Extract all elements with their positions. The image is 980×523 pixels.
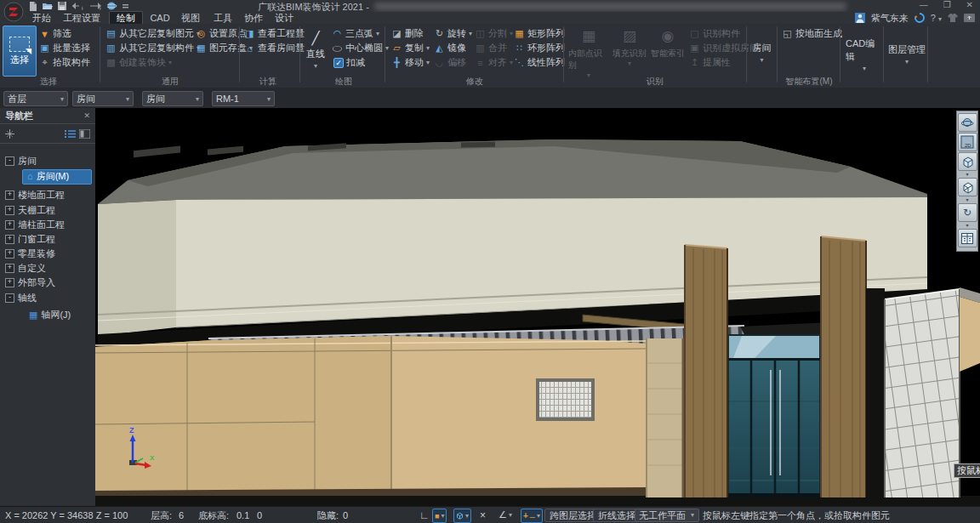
workspace-panel-icon[interactable] (964, 14, 975, 22)
tree-item-external-import[interactable]: +外部导入 (0, 276, 95, 289)
tab-draw[interactable]: 绘制 (109, 11, 143, 25)
ortho-icon[interactable]: ∟ (419, 509, 430, 521)
open-file-icon[interactable] (43, 2, 53, 10)
expand-icon[interactable]: + (5, 206, 14, 215)
tree-item-wall-works[interactable]: +墙柱面工程 (0, 218, 95, 231)
tree-item-room-m[interactable]: ⌂房间(M) (0, 169, 95, 183)
app-logo[interactable] (3, 2, 24, 22)
smart-index-button[interactable]: ◉智能索引 (648, 26, 687, 60)
collapse-icon[interactable]: - (5, 293, 14, 303)
expand-icon[interactable]: + (5, 249, 14, 259)
tab-view[interactable]: 视图 (177, 12, 204, 24)
linear-array-button[interactable]: ⋱线性阵列 (514, 56, 565, 69)
extract-properties-button[interactable]: ↥提属性 (689, 56, 731, 69)
view-quantities-button[interactable]: ◨查看工程量 (244, 27, 305, 40)
type-dropdown[interactable]: 房间▾ (142, 91, 203, 106)
room-big-button[interactable]: 房间▾ (748, 26, 776, 80)
move-button[interactable]: ╋移动▾ (391, 56, 430, 69)
tab-start[interactable]: 开始 (29, 12, 54, 24)
tab-cad[interactable]: CAD (146, 12, 174, 24)
panel-view-icon[interactable] (79, 129, 90, 139)
split-button[interactable]: ◫分割▾ (475, 27, 513, 40)
expand-icon[interactable]: + (5, 235, 14, 244)
tree-item-misc-deco[interactable]: +零星装修 (0, 247, 95, 260)
sync-icon[interactable] (914, 13, 925, 23)
table-view-button[interactable] (958, 229, 977, 247)
rotate-button[interactable]: ↻旋转▾ (434, 27, 472, 40)
view-cube-button[interactable]: ▾ (453, 509, 471, 523)
customize-toolbar-icon[interactable] (122, 3, 128, 10)
component-dropdown[interactable]: RM-1▾ (212, 91, 275, 106)
help-button[interactable]: ? ▾ (931, 13, 942, 23)
delete-button[interactable]: ◪删除 (391, 27, 424, 40)
orbit-view-button[interactable] (958, 113, 977, 132)
align-button[interactable]: ≡对齐▾ (475, 56, 513, 69)
deduct-checkbox[interactable]: ✓扣减 (333, 56, 365, 69)
view-room-quantities-button[interactable]: ⌂查看房间量 (244, 42, 305, 54)
tab-design[interactable]: 设计 (271, 12, 298, 24)
theme-shirt-icon[interactable] (948, 14, 958, 22)
work-plane-dropdown[interactable]: 无工作平面▾ (635, 509, 699, 522)
center-ellipse-button[interactable]: ◯中心椭圆▾ (332, 42, 389, 54)
batch-select-button[interactable]: ▣批量选择 (39, 42, 90, 54)
snap-mode-button[interactable]: ■▾ (432, 509, 447, 523)
create-deco-block-button[interactable]: ▩创建装饰块▾ (105, 56, 172, 69)
expand-icon[interactable]: + (5, 220, 14, 230)
cad-edit-button[interactable]: CAD编辑▾ (846, 36, 883, 73)
tree-item-axis-group[interactable]: -轴线 (0, 291, 95, 304)
draw-mode-button[interactable]: +–▾ (521, 509, 543, 523)
sync-sphere-icon[interactable] (107, 2, 117, 11)
tab-tools[interactable]: 工具 (209, 12, 236, 24)
tree-item-custom[interactable]: +自定义 (0, 261, 95, 275)
filter-button[interactable]: ▼筛选 (39, 27, 71, 40)
collapse-icon[interactable]: - (5, 156, 14, 166)
copy-components-from-layer-button[interactable]: ▥从其它层复制构件▾ (105, 42, 200, 54)
2d-view-button[interactable]: 2D (958, 133, 977, 151)
fill-recognize-button[interactable]: ▨填充识别▾ (611, 26, 648, 67)
layer-manage-button[interactable]: 图层管理▾ (888, 36, 926, 73)
username[interactable]: 紫气东来 (871, 12, 909, 25)
tree-item-door-window-works[interactable]: +门窗工程 (0, 232, 95, 246)
locate-icon[interactable] (5, 129, 14, 139)
redo-icon[interactable] (89, 2, 102, 10)
tree-item-ceiling-works[interactable]: +天棚工程 (0, 203, 95, 217)
isometric-view-button[interactable] (958, 178, 977, 196)
floor-dropdown[interactable]: 首层▾ (3, 91, 68, 106)
inner-point-recognize-button[interactable]: ▦内部点识别▾ (568, 26, 609, 79)
tree-item-floor-works[interactable]: +楼地面工程 (0, 188, 95, 202)
tree-item-grid-j[interactable]: ▦轴网(J) (0, 308, 95, 321)
generate-by-floor-button[interactable]: ◱按地面生成 (782, 27, 842, 40)
nav-close-icon[interactable]: ✕ (83, 111, 90, 120)
expand-icon[interactable]: + (5, 190, 14, 200)
save-icon[interactable] (58, 2, 66, 10)
view-dropdown-arrow[interactable]: ▾ (966, 172, 968, 178)
pick-element-button[interactable]: ⌖拾取构件 (39, 56, 90, 69)
expand-icon[interactable]: + (5, 264, 14, 273)
merge-button[interactable]: ▥合并 (475, 42, 507, 54)
rect-array-button[interactable]: ▦矩形阵列 (514, 27, 565, 40)
floor-height-value[interactable]: 6 (179, 507, 184, 523)
3d-view-button[interactable] (958, 152, 977, 171)
tree-item-room-group[interactable]: -房间 (0, 154, 95, 168)
angle-snap-icon[interactable]: ∠▾ (499, 509, 512, 521)
cancel-snap-icon[interactable]: × (480, 509, 486, 521)
list-view-icon[interactable] (65, 129, 76, 139)
category-dropdown[interactable]: 房间▾ (72, 91, 134, 106)
select-big-button[interactable]: 选择 (3, 26, 37, 77)
undo-icon[interactable] (71, 2, 84, 10)
rotate-view-button[interactable]: ↻ (958, 203, 977, 222)
minimize-button[interactable]: — (920, 0, 928, 11)
recognize-component-button[interactable]: ▢识别构件 (689, 27, 740, 40)
viewport-3d[interactable]: Z X (95, 108, 980, 506)
copy-elements-from-layer-button[interactable]: ▤从其它层复制图元▾ (105, 27, 200, 40)
circular-array-button[interactable]: ∷环形阵列 (514, 42, 565, 54)
offset-button[interactable]: ◡偏移 (434, 56, 466, 69)
view-dropdown-arrow[interactable]: ▾ (966, 223, 968, 229)
three-point-arc-button[interactable]: ◠三点弧▾ (332, 27, 379, 40)
tab-settings[interactable]: 工程设置 (60, 12, 104, 24)
view-dropdown-arrow[interactable]: ▾ (966, 197, 968, 203)
restore-button[interactable]: ❐ (943, 0, 951, 11)
copy-button[interactable]: ▱复制▾ (391, 42, 430, 54)
mirror-button[interactable]: ◭镜像 (434, 42, 466, 54)
base-elevation-value[interactable]: 0.1 (236, 507, 249, 523)
